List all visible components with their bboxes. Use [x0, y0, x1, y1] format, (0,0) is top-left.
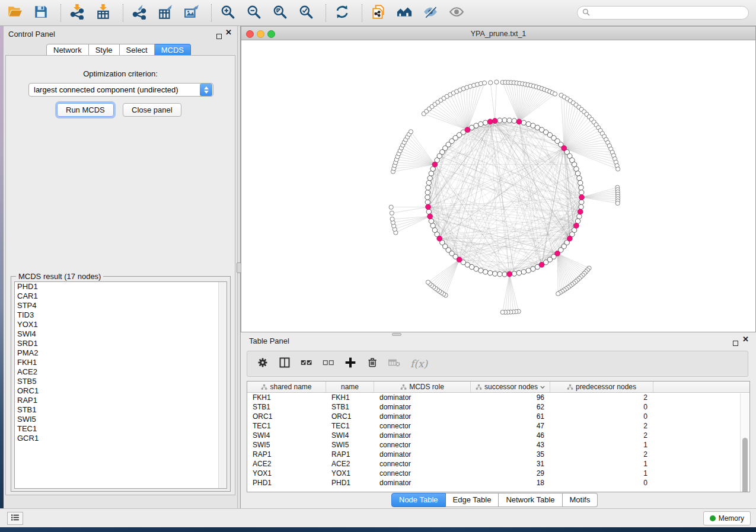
table-cell[interactable]: 43	[471, 441, 550, 449]
table-cell[interactable]: 31	[471, 460, 550, 468]
table-cell[interactable]: YOX1	[326, 469, 374, 477]
network-node[interactable]	[539, 262, 544, 268]
column-header-shared-name[interactable]: shared name	[247, 382, 326, 392]
table-cell[interactable]: RAP1	[326, 450, 374, 459]
mcds-result-item[interactable]: CAR1	[15, 291, 227, 301]
network-node[interactable]	[579, 185, 583, 190]
network-node[interactable]	[526, 268, 531, 273]
network-node[interactable]	[465, 127, 470, 133]
mcds-result-item[interactable]: TID3	[15, 310, 227, 320]
table-cell[interactable]: ORC1	[326, 412, 374, 421]
network-node[interactable]	[495, 80, 499, 84]
criterion-select[interactable]: largest connected component (undirected)	[28, 83, 213, 97]
cytopanel-toggle-button[interactable]	[7, 512, 23, 525]
network-node[interactable]	[429, 219, 433, 223]
table-cell[interactable]: FKH1	[247, 393, 326, 402]
close-panel-button[interactable]: Close panel	[123, 103, 181, 117]
table-cell[interactable]: 96	[471, 393, 550, 402]
table-cell[interactable]: dominator	[374, 393, 471, 402]
show-eye-button[interactable]	[448, 4, 465, 22]
float-table-panel-icon[interactable]	[733, 338, 738, 348]
network-node[interactable]	[578, 180, 583, 185]
table-cell[interactable]: dominator	[374, 431, 471, 440]
network-node[interactable]	[502, 272, 507, 277]
network-node[interactable]	[390, 211, 394, 215]
network-node[interactable]	[487, 271, 492, 275]
table-cell[interactable]: STB1	[247, 403, 326, 411]
table-scrollbar-thumb[interactable]	[742, 438, 748, 492]
table-cell[interactable]: 2	[550, 431, 653, 440]
table-cell[interactable]: PHD1	[247, 479, 326, 487]
delete-table-button[interactable]	[388, 357, 400, 371]
open-file-button[interactable]	[6, 4, 24, 22]
table-cell[interactable]: dominator	[374, 450, 471, 459]
table-cell[interactable]: PHD1	[326, 479, 374, 487]
table-row[interactable]: STB1STB1dominator620	[247, 402, 749, 412]
network-node[interactable]	[516, 119, 522, 124]
table-cell[interactable]: 2	[550, 393, 653, 402]
search-input[interactable]	[593, 9, 741, 17]
table-cell[interactable]: 18	[471, 479, 550, 487]
function-builder-button[interactable]: f(x)	[410, 358, 428, 370]
network-node[interactable]	[425, 200, 430, 204]
table-cell[interactable]: 46	[471, 431, 550, 440]
export-table-button[interactable]	[157, 4, 174, 22]
network-node[interactable]	[492, 118, 497, 124]
table-cell[interactable]: 0	[550, 479, 653, 487]
table-cell[interactable]: 1	[550, 469, 653, 477]
mcds-result-item[interactable]: TEC1	[15, 424, 227, 434]
mcds-result-item[interactable]: ACE2	[15, 367, 227, 377]
zoom-in-button[interactable]	[219, 4, 237, 22]
table-cell[interactable]: 47	[471, 422, 550, 430]
float-panel-icon[interactable]	[216, 31, 222, 41]
network-node[interactable]	[429, 171, 433, 176]
column-layout-button[interactable]	[279, 357, 291, 371]
table-row[interactable]: SWI5SWI5connector431	[247, 440, 749, 450]
network-node[interactable]	[457, 257, 462, 262]
network-node[interactable]	[390, 217, 394, 221]
table-row[interactable]: FKH1FKH1dominator962	[247, 393, 749, 402]
show-columns-button[interactable]	[301, 357, 312, 371]
network-node[interactable]	[432, 162, 438, 167]
table-cell[interactable]: RAP1	[247, 450, 326, 459]
network-node[interactable]	[497, 272, 502, 277]
zoom-out-button[interactable]	[245, 4, 263, 22]
network-node[interactable]	[579, 204, 583, 209]
table-row[interactable]: ORC1ORC1dominator610	[247, 412, 749, 421]
mcds-result-item[interactable]: RAP1	[15, 396, 227, 405]
mcds-result-item[interactable]: GCR1	[15, 434, 227, 443]
network-node[interactable]	[516, 271, 521, 275]
run-mcds-button[interactable]: Run MCDS	[57, 103, 114, 117]
table-cell[interactable]: 0	[550, 412, 653, 421]
table-cell[interactable]: SWI4	[247, 431, 326, 440]
network-node[interactable]	[616, 167, 620, 171]
network-canvas[interactable]	[241, 41, 755, 332]
table-cell[interactable]: STB1	[326, 403, 374, 411]
network-node[interactable]	[579, 195, 585, 200]
network-node[interactable]	[425, 190, 430, 195]
column-header-predecessor-nodes[interactable]: predecessor nodes	[550, 382, 653, 392]
network-node[interactable]	[575, 171, 580, 176]
network-node[interactable]	[567, 236, 572, 241]
export-network-button[interactable]	[130, 4, 148, 22]
table-cell[interactable]: 62	[471, 403, 550, 411]
mcds-result-item[interactable]: ORC1	[15, 386, 227, 396]
clone-network-button[interactable]	[369, 4, 387, 22]
table-cell[interactable]: connector	[374, 422, 471, 430]
network-node[interactable]	[531, 267, 535, 271]
table-cell[interactable]: dominator	[374, 479, 471, 487]
network-node[interactable]	[474, 123, 479, 128]
network-node[interactable]	[512, 118, 516, 123]
zoom-selected-button[interactable]	[297, 4, 315, 22]
table-cell[interactable]: 0	[550, 403, 653, 411]
network-node[interactable]	[479, 268, 483, 273]
network-node[interactable]	[500, 310, 505, 314]
column-header-successor-nodes[interactable]: successor nodes	[471, 382, 550, 392]
table-cell[interactable]: TEC1	[247, 422, 326, 430]
network-node[interactable]	[507, 271, 512, 277]
table-cell[interactable]: connector	[374, 469, 471, 477]
mcds-list-scrollbar[interactable]	[218, 282, 227, 488]
network-node[interactable]	[562, 146, 567, 151]
mcds-result-item[interactable]: FKH1	[15, 358, 227, 367]
network-node[interactable]	[555, 251, 560, 256]
